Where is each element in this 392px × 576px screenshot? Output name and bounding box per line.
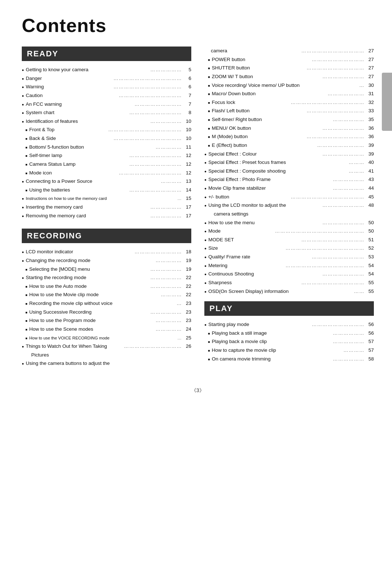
list-item: Things to Watch Out for When Taking Pict…: [22, 342, 191, 359]
list-item: Using Successive Recording ………………23: [22, 308, 191, 317]
list-item: Special Effect : Composite shooting ………4…: [204, 167, 374, 176]
page-title: Contents: [22, 15, 374, 36]
list-item: Selecting the [MODE] menu ………………19: [22, 265, 191, 274]
list-item: On camera movie trimming ………………58: [204, 355, 374, 363]
list-item: Continuous Shooting ……………………54: [204, 270, 374, 278]
sidebar-tab: [382, 73, 392, 131]
list-item: Macro/ Down button …………………31: [204, 89, 374, 98]
list-item: MENU/ OK button ……………………36: [204, 124, 374, 133]
right-top-list: camera ………………………………27 POWER button ………………: [204, 47, 374, 295]
list-item: Danger …………………………………6: [22, 74, 191, 83]
list-item: Front & Top……………………………………10: [22, 125, 191, 134]
list-item: Mode icon ………………………………12: [22, 169, 191, 177]
list-item: Special Effect : Preset focus frames …………: [204, 158, 374, 167]
list-item: Removing the memory card ………………17: [22, 212, 191, 220]
list-item: Special Effect : Photo Frame ………………43: [204, 175, 374, 184]
list-item: Inserting the memory card ………………17: [22, 203, 191, 212]
list-item: Getting to know your camera………………5: [22, 65, 191, 74]
list-item: LCD monitor indicator ………………………18: [22, 247, 191, 256]
list-item: Quality/ Frame rate …………………………53: [204, 253, 374, 261]
play-section-header: PLAY: [204, 301, 374, 316]
list-item: Size ………………………………………52: [204, 244, 374, 253]
list-item: Mode……………………………………………50: [204, 227, 374, 235]
list-item: Voice recording/ Voice memo/ UP button ……: [204, 81, 374, 90]
list-item: Focus lock ……………………………………32: [204, 98, 374, 107]
list-item: Starting the recording mode ………………22: [22, 273, 191, 282]
list-item: Back & Side …………………………………10: [22, 134, 191, 143]
list-item: How to use the Program mode ……………23: [22, 316, 191, 325]
list-item: How to use the VOICE RECORDING mode …25: [22, 334, 191, 342]
list-item: Identification of features ………………10: [22, 117, 191, 126]
list-item: Changing the recording mode ……………19: [22, 256, 191, 265]
list-item: camera ………………………………27: [204, 47, 374, 55]
recording-toc-list: LCD monitor indicator ………………………18 Changi…: [22, 247, 191, 368]
list-item: Recording the movie clip without voice ……: [22, 299, 191, 308]
list-item: ZOOM W/ T button ……………………27: [204, 72, 374, 81]
page-number: 《3》: [22, 387, 374, 394]
list-item: OSD(On Screen Display) information ……55: [204, 287, 374, 296]
list-item: Metering ………………………………………54: [204, 261, 374, 270]
list-item: Warning …………………………………6: [22, 82, 191, 91]
list-item: How to use the Scene modes ……………24: [22, 325, 191, 334]
list-item: Playing back a movie clip ………………57: [204, 337, 374, 346]
play-toc-list: Starting play mode …………………………56 Playing …: [204, 320, 374, 363]
left-column: READY Getting to know your camera………………5…: [22, 47, 191, 376]
list-item: Bottom/ 5-function button ……………11: [22, 143, 191, 152]
ready-section-header: READY: [22, 47, 191, 61]
list-item: M (Mode) button ……………………………36: [204, 132, 374, 141]
list-item: Self-timer lamp …………………………12: [22, 151, 191, 160]
list-item: How to use the Auto mode ………………22: [22, 282, 191, 291]
list-item: Caution ………………………………7: [22, 91, 191, 100]
list-item: System chart …………………………8: [22, 108, 191, 117]
list-item: Instructions on how to use the memory ca…: [22, 194, 191, 203]
list-item: How to capture the movie clip …………57: [204, 346, 374, 355]
list-item: Using the camera buttons to adjust the: [22, 359, 191, 368]
list-item: How to use the Movie clip mode …………22: [22, 290, 191, 299]
list-item: SHUTTER button ……………………………27: [204, 64, 374, 72]
list-item: Using the LCD monitor to adjust the came…: [204, 201, 374, 218]
list-item: E (Effect) button ………………………39: [204, 141, 374, 150]
list-item: An FCC warning ………………………7: [22, 100, 191, 109]
list-item: Sharpness ………………………………55: [204, 278, 374, 287]
list-item: Playing back a still image ………………56: [204, 329, 374, 338]
list-item: MODE SET ………………………………51: [204, 235, 374, 244]
right-column: camera ………………………………27 POWER button ………………: [204, 47, 374, 372]
list-item: POWER button …………………………27: [204, 55, 374, 64]
recording-section-header: RECORDING: [22, 229, 191, 243]
list-item: +/- button ……………………………………45: [204, 193, 374, 201]
list-item: Using the batteries …………………………14: [22, 186, 191, 194]
ready-toc-list: Getting to know your camera………………5 Dange…: [22, 65, 191, 220]
list-item: How to use the menu ……………………50: [204, 218, 374, 227]
list-item: Flash/ Left button……………………………33: [204, 106, 374, 115]
list-item: Camera Status Lamp…………………………12: [22, 160, 191, 169]
list-item: Connecting to a Power Source …………13: [22, 177, 191, 186]
list-item: Self-timer/ Right button ………………35: [204, 115, 374, 124]
list-item: Starting play mode …………………………56: [204, 320, 374, 329]
list-item: Movie Clip frame stabilizer ………………44: [204, 184, 374, 193]
list-item: Special Effect : Colour ……………………39: [204, 150, 374, 158]
